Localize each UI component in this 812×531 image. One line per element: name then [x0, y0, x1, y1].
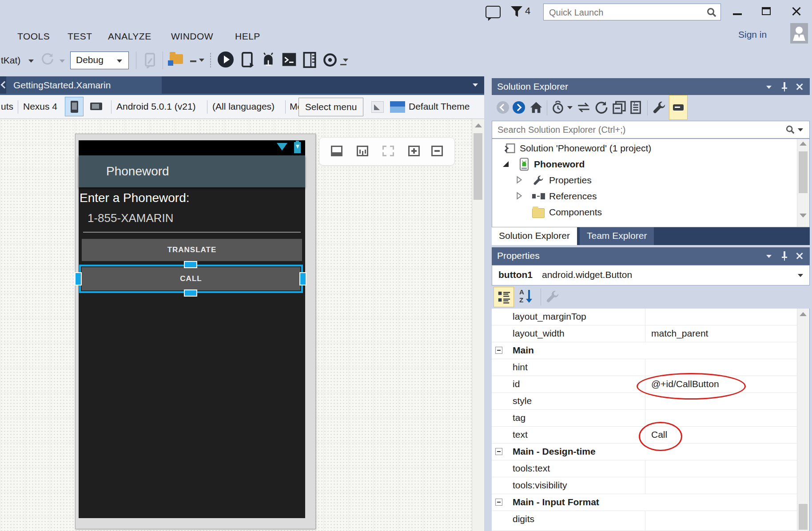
- new-item-folder-icon[interactable]: [170, 54, 183, 64]
- scroll-up-icon[interactable]: [800, 312, 807, 316]
- alphabetical-sort-button[interactable]: A Z: [517, 288, 537, 306]
- quick-launch-input[interactable]: [548, 6, 697, 19]
- tree-scrollbar[interactable]: [797, 139, 809, 227]
- scroll-up-icon[interactable]: [800, 142, 807, 146]
- toolbar-overflow-dash-icon[interactable]: [190, 60, 196, 62]
- editor-scroll-thumb[interactable]: [474, 133, 482, 200]
- menu-analyze[interactable]: ANALYZE: [108, 31, 151, 42]
- window-position-caret-icon[interactable]: [766, 86, 772, 89]
- fullscreen-icon[interactable]: [382, 146, 394, 156]
- menu-help[interactable]: HELP: [235, 31, 260, 42]
- dock-corner-button[interactable]: [371, 101, 384, 113]
- collapse-all-icon[interactable]: [613, 101, 626, 114]
- close-panel-icon[interactable]: [796, 83, 804, 91]
- device-dropdown-label[interactable]: tKat): [1, 55, 20, 66]
- property-row-hint[interactable]: hint: [492, 359, 797, 376]
- deploy-device-icon[interactable]: [240, 52, 255, 68]
- zoom-in-icon[interactable]: [408, 146, 420, 156]
- selection-handle-right[interactable]: [299, 272, 306, 285]
- menu-test[interactable]: TEST: [68, 31, 92, 42]
- property-section-input-format[interactable]: Main - Input Format: [492, 494, 797, 511]
- tree-item-phoneword-project[interactable]: Phoneword: [493, 157, 796, 173]
- selection-handle-left[interactable]: [75, 272, 82, 285]
- tree-item-references[interactable]: References: [493, 189, 796, 205]
- search-icon[interactable]: [785, 125, 795, 135]
- property-row-tools-visibility[interactable]: tools:visibility: [492, 477, 797, 494]
- alternative-layouts-label-cut[interactable]: uts: [1, 101, 13, 112]
- menu-window[interactable]: WINDOW: [171, 31, 213, 42]
- split-view-icon[interactable]: [357, 146, 368, 156]
- tree-item-properties[interactable]: Properties: [493, 173, 796, 189]
- tab-solution-explorer[interactable]: Solution Explorer: [492, 227, 577, 245]
- tree-item-components[interactable]: Components: [493, 205, 796, 221]
- toolbar-options-caret-icon[interactable]: [343, 59, 348, 62]
- home-icon[interactable]: [529, 101, 543, 114]
- search-options-caret-icon[interactable]: [798, 128, 803, 131]
- pending-changes-filter-icon[interactable]: [551, 101, 565, 114]
- user-avatar[interactable]: [790, 23, 808, 44]
- toolbar-grip[interactable]: [210, 52, 211, 67]
- phoneword-label[interactable]: Enter a Phoneword:: [80, 191, 190, 205]
- call-button-selection[interactable]: CALL: [79, 265, 303, 293]
- device-screen[interactable]: Phoneword Enter a Phoneword: 1-855-XAMAR…: [79, 140, 305, 518]
- scroll-up-icon[interactable]: [475, 123, 482, 127]
- property-row-style[interactable]: style: [492, 393, 797, 410]
- select-menu-button[interactable]: Select menu: [299, 98, 363, 116]
- pin-icon[interactable]: [781, 251, 788, 260]
- landscape-orientation-button[interactable]: [87, 97, 106, 116]
- profiler-icon[interactable]: [322, 52, 338, 67]
- properties-header[interactable]: Properties: [492, 247, 810, 265]
- refresh-solution-icon[interactable]: [595, 101, 608, 114]
- navigate-forward-icon[interactable]: [513, 101, 525, 114]
- grid-scroll-thumb[interactable]: [799, 504, 808, 530]
- selection-handle-bottom[interactable]: [184, 289, 197, 297]
- sign-in-link[interactable]: Sign in: [738, 29, 767, 40]
- categorized-view-button[interactable]: [494, 287, 514, 307]
- quick-launch-box[interactable]: [543, 4, 721, 20]
- solution-search-input[interactable]: [497, 123, 765, 136]
- properties-wrench-icon[interactable]: [653, 101, 666, 114]
- refresh-icon[interactable]: [41, 52, 54, 66]
- tree-item-solution[interactable]: Solution 'Phoneword' (1 project): [493, 141, 796, 157]
- window-position-caret-icon[interactable]: [766, 255, 772, 258]
- run-button[interactable]: [218, 52, 234, 67]
- property-row-digits[interactable]: digits: [492, 511, 797, 531]
- pin-icon[interactable]: [781, 82, 788, 91]
- collapse-icon[interactable]: [495, 347, 502, 354]
- tab-team-explorer[interactable]: Team Explorer: [580, 227, 654, 245]
- expander-collapsed-icon[interactable]: [516, 192, 522, 200]
- solution-search-box[interactable]: [492, 121, 810, 139]
- property-section-main[interactable]: Main: [492, 342, 797, 359]
- selection-handle-top[interactable]: [184, 261, 197, 268]
- console-window-icon[interactable]: [282, 52, 297, 67]
- object-selector[interactable]: button1 android.widget.Button: [492, 265, 810, 285]
- expander-collapsed-icon[interactable]: [516, 176, 522, 184]
- property-pages-wrench-icon[interactable]: [546, 290, 559, 303]
- toolbar-overflow-caret-icon[interactable]: [199, 59, 204, 62]
- refresh-dropdown-caret-icon[interactable]: [60, 59, 65, 63]
- filter-caret-icon[interactable]: [567, 106, 573, 109]
- editor-vertical-scrollbar[interactable]: [472, 119, 484, 531]
- attach-process-icon[interactable]: [143, 52, 158, 68]
- collapse-icon[interactable]: [495, 499, 502, 506]
- sync-with-active-document-icon[interactable]: [576, 102, 591, 113]
- show-all-files-icon[interactable]: [629, 101, 643, 114]
- object-selector-caret-icon[interactable]: [798, 274, 803, 277]
- call-button[interactable]: CALL: [82, 267, 300, 290]
- collapse-icon[interactable]: [495, 448, 502, 455]
- property-row-layout-marginTop[interactable]: layout_marginTop: [492, 309, 797, 325]
- preview-selected-items-button[interactable]: [669, 95, 688, 120]
- property-row-layout-width[interactable]: layout_widthmatch_parent: [492, 325, 797, 342]
- property-row-tools-text[interactable]: tools:text: [492, 460, 797, 477]
- language-selector[interactable]: (All languages): [212, 101, 275, 112]
- tab-gettingstarted-xamarin[interactable]: GettingStarted.Xamarin: [6, 76, 162, 94]
- design-view-icon[interactable]: [331, 146, 342, 156]
- expander-expanded-icon[interactable]: [503, 161, 509, 167]
- android-version-selector[interactable]: Android 5.0.1 (v21): [116, 101, 196, 112]
- device-layout-icon[interactable]: [302, 52, 317, 68]
- property-row-tag[interactable]: tag: [492, 410, 797, 427]
- tree-scroll-thumb[interactable]: [799, 151, 808, 193]
- navigate-back-icon[interactable]: [497, 101, 509, 114]
- zoom-out-icon[interactable]: [431, 146, 443, 156]
- minimize-button[interactable]: [729, 5, 746, 19]
